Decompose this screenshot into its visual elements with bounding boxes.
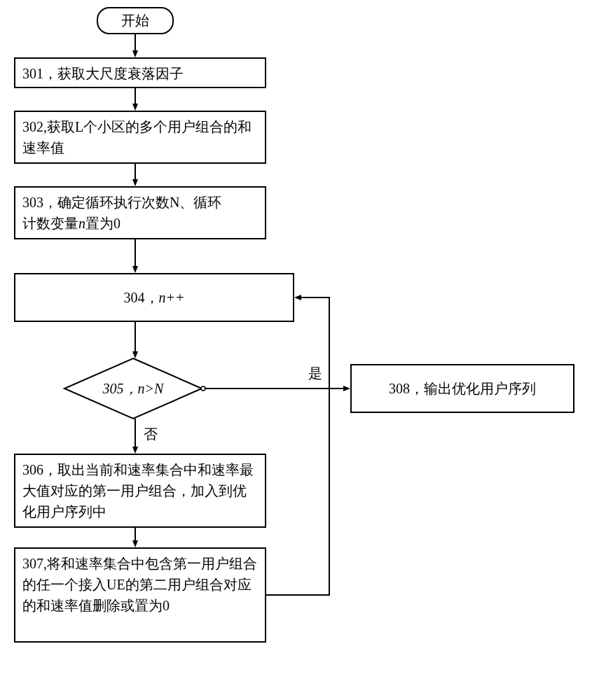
step-306: 306，取出当前和速率集合中和速率最大值对应的第一用户组合，加入到优化用户序列中 <box>14 454 266 528</box>
step-301-text: 301，获取大尺度衰落因子 <box>22 66 184 81</box>
edge-no-label: 否 <box>144 425 158 444</box>
step-304-num: 304， <box>124 290 159 305</box>
edge-yes-label: 是 <box>308 364 322 383</box>
decision-305-expr: n>N <box>138 381 164 396</box>
decision-305-num: 305 <box>103 381 124 396</box>
step-304-expr: n++ <box>159 290 185 305</box>
step-303-text-d: 置为0 <box>85 216 121 231</box>
decision-305-comma: ， <box>124 381 138 396</box>
step-303-var: n <box>78 216 85 231</box>
step-302-text: 302,获取L个小区的多个用户组合的和速率值 <box>22 119 252 155</box>
step-303-text-b: 计数变量 <box>22 216 78 231</box>
step-307-text: 307,将和速率集合中包含第一用户组合的任一个接入UE的第二用户组合对应的和速率… <box>22 556 257 613</box>
decision-305: 305，n>N <box>63 357 203 420</box>
start-terminator: 开始 <box>97 7 174 34</box>
step-303-text-a: 303，确定循环执行次数N、循环 <box>22 195 221 210</box>
step-304: 304，n++ <box>14 273 294 322</box>
step-308: 308，输出优化用户序列 <box>350 364 574 413</box>
step-302: 302,获取L个小区的多个用户组合的和速率值 <box>14 111 266 164</box>
step-308-text: 308，输出优化用户序列 <box>389 378 536 399</box>
step-303: 303，确定循环执行次数N、循环 计数变量n置为0 <box>14 186 266 239</box>
start-label: 开始 <box>121 13 149 28</box>
decision-305-label: 305，n>N <box>63 357 203 420</box>
step-306-text: 306，取出当前和速率集合中和速率最大值对应的第一用户组合，加入到优化用户序列中 <box>22 462 254 519</box>
step-307: 307,将和速率集合中包含第一用户组合的任一个接入UE的第二用户组合对应的和速率… <box>14 547 266 643</box>
step-301: 301，获取大尺度衰落因子 <box>14 57 266 88</box>
